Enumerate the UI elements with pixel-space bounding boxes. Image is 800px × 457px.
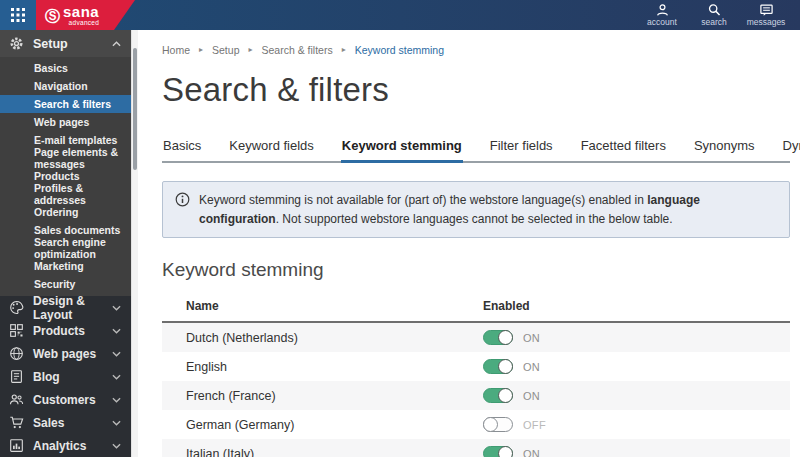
toggle-knob (498, 330, 513, 345)
brand-name: sana (63, 5, 99, 19)
sana-logo[interactable]: Ⓢ sana advanced (36, 0, 135, 30)
top-bar: Ⓢ sana advanced account (0, 0, 800, 30)
breadcrumb: Home ▸ Setup ▸ Search & filters ▸ Keywor… (162, 44, 790, 56)
products-grid-icon (9, 323, 24, 338)
account-icon (655, 3, 670, 17)
toggle-knob (498, 388, 513, 403)
palette-icon (9, 300, 24, 315)
language-name: German (Germany) (186, 418, 483, 432)
globe-icon (9, 346, 24, 361)
table-row-dutch: Dutch (Netherlands) ON (162, 323, 790, 352)
sidebar-item-security[interactable]: Security (0, 275, 131, 293)
analytics-chart-icon (9, 438, 24, 453)
sidebar-item-web-pages[interactable]: Web pages (0, 113, 131, 131)
sidebar-section-label: Design & Layout (33, 294, 112, 322)
sidebar-item-navigation[interactable]: Navigation (0, 77, 131, 95)
tab-basics[interactable]: Basics (162, 134, 202, 161)
tab-keyword-stemming[interactable]: Keyword stemming (341, 134, 463, 161)
topbar-spacer (135, 0, 640, 30)
customers-people-icon (9, 392, 24, 407)
apps-menu-button[interactable] (0, 0, 36, 30)
toggle-state-label: ON (523, 390, 540, 402)
sidebar-item-page-elements[interactable]: Page elements & messages (0, 149, 131, 167)
keyword-stemming-table: Name Enabled Dutch (Netherlands) ON Engl… (162, 290, 790, 457)
sidebar-item-search-filters[interactable]: Search & filters (0, 95, 131, 113)
tab-facetted-filters[interactable]: Facetted filters (580, 134, 667, 161)
chevron-down-icon (112, 351, 121, 357)
tab-filter-fields[interactable]: Filter fields (489, 134, 554, 161)
tab-dynamic-redirects[interactable]: Dynamic redirects (782, 134, 800, 161)
account-label: account (647, 18, 677, 27)
language-name: Dutch (Netherlands) (186, 331, 483, 345)
table-row-french: French (France) ON (162, 381, 790, 410)
gear-icon (9, 36, 24, 51)
setup-submenu: Basics Navigation Search & filters Web p… (0, 57, 131, 296)
setup-label: Setup (33, 37, 112, 51)
sidebar-item-web-pages-top[interactable]: Web pages (0, 342, 131, 365)
apps-grid-icon (11, 8, 25, 22)
sidebar-item-setup[interactable]: Setup (0, 30, 131, 57)
sidebar-item-profiles-addresses[interactable]: Profiles & addresses (0, 185, 131, 203)
brand-subtitle: advanced (69, 19, 100, 26)
sidebar-section-label: Sales (33, 416, 112, 430)
table-row-italian: Italian (Italy) ON (162, 439, 790, 457)
sidebar-item-blog[interactable]: Blog (0, 365, 131, 388)
messages-button[interactable]: messages (744, 3, 788, 27)
breadcrumb-home[interactable]: Home (162, 44, 190, 56)
enabled-toggle[interactable] (483, 417, 513, 432)
sidebar-section-label: Blog (33, 370, 112, 384)
toggle-knob (498, 446, 513, 457)
sidebar-section-label: Web pages (33, 347, 112, 361)
topbar-actions: account search messages (640, 0, 800, 30)
sidebar-section-label: Customers (33, 393, 112, 407)
page-title: Search & filters (162, 71, 790, 109)
blog-document-icon (9, 369, 24, 384)
info-icon (175, 192, 190, 207)
account-button[interactable]: account (640, 3, 684, 27)
main-layout: Setup Basics Navigation Search & filters… (0, 30, 800, 457)
sidebar-item-products[interactable]: Products (0, 319, 131, 342)
sidebar-item-customers[interactable]: Customers (0, 388, 131, 411)
breadcrumb-separator-icon: ▸ (248, 46, 252, 54)
tab-synonyms[interactable]: Synonyms (693, 134, 756, 161)
enabled-toggle[interactable] (483, 359, 513, 374)
sidebar-item-seo[interactable]: Search engine optimization (0, 239, 131, 257)
tab-keyword-fields[interactable]: Keyword fields (228, 134, 315, 161)
tab-bar: Basics Keyword fields Keyword stemming F… (162, 134, 790, 163)
toggle-state-label: ON (523, 448, 540, 457)
sidebar-item-basics[interactable]: Basics (0, 59, 131, 77)
enabled-toggle[interactable] (483, 330, 513, 345)
search-label: search (701, 18, 727, 27)
content-area: Home ▸ Setup ▸ Search & filters ▸ Keywor… (138, 30, 800, 457)
chevron-down-icon (112, 374, 121, 380)
toggle-state-label: ON (523, 361, 540, 373)
notice-text: Keyword stemming is not available for (p… (199, 191, 777, 228)
sidebar-item-design-layout[interactable]: Design & Layout (0, 296, 131, 319)
breadcrumb-search-filters[interactable]: Search & filters (262, 44, 333, 56)
app-window: Ⓢ sana advanced account (0, 0, 800, 457)
sidebar-item-analytics[interactable]: Analytics (0, 434, 131, 457)
sidebar-scrollbar-thumb[interactable] (133, 48, 137, 170)
chevron-down-icon (112, 420, 121, 426)
toggle-knob (498, 359, 513, 374)
sidebar-section-label: Products (33, 324, 112, 338)
breadcrumb-setup[interactable]: Setup (212, 44, 239, 56)
chevron-down-icon (112, 328, 121, 334)
sidebar-scrollbar[interactable] (131, 30, 138, 457)
enabled-toggle[interactable] (483, 446, 513, 457)
search-button[interactable]: search (692, 3, 736, 27)
language-name: Italian (Italy) (186, 447, 483, 457)
breadcrumb-current: Keyword stemming (355, 44, 444, 56)
language-name: French (France) (186, 389, 483, 403)
toggle-state-label: ON (523, 332, 540, 344)
table-row-german: German (Germany) OFF (162, 410, 790, 439)
sidebar-item-sales[interactable]: Sales (0, 411, 131, 434)
enabled-toggle[interactable] (483, 388, 513, 403)
chevron-down-icon (112, 443, 121, 449)
table-row-english: English ON (162, 352, 790, 381)
breadcrumb-separator-icon: ▸ (199, 46, 203, 54)
search-icon (707, 3, 722, 17)
toggle-knob (483, 417, 498, 432)
sana-logo-icon: Ⓢ (45, 8, 60, 23)
info-notice: Keyword stemming is not available for (p… (162, 181, 790, 238)
